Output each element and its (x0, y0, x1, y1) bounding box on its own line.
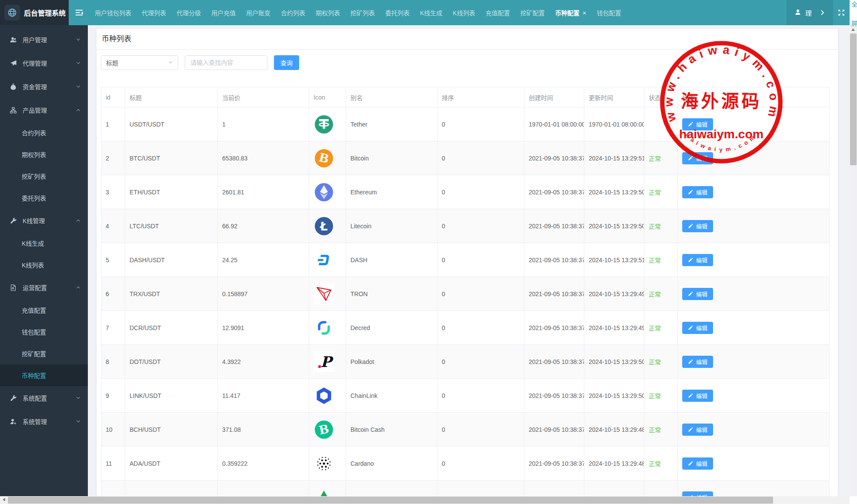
edit-button[interactable]: 编辑 (682, 288, 713, 300)
table-row: 2BTC/USDT65380.83BBitcoin02021-09-05 10:… (101, 141, 830, 175)
sidebar-subitem-label: 期权列表 (22, 150, 46, 159)
cell-alias: Bitcoin (346, 141, 437, 175)
sidebar-subitem[interactable]: 期权列表 (0, 144, 88, 165)
sidebar-item[interactable]: 产品管理 (0, 98, 88, 122)
nav-tab[interactable]: 挖矿列表 (345, 0, 380, 25)
edit-button[interactable]: 编辑 (682, 424, 713, 436)
cell-id (101, 481, 125, 497)
sidebar-item[interactable]: 系统配置 (0, 386, 88, 410)
sidebar-subitem[interactable]: 挖矿配置 (0, 343, 88, 364)
nav-tab[interactable]: 期权列表 (310, 0, 345, 25)
edit-button[interactable]: 编辑 (682, 152, 713, 164)
sidebar-subitem[interactable]: 合约列表 (0, 122, 88, 144)
sidebar-subitem[interactable]: 钱包配置 (0, 321, 88, 343)
chevron-down-icon (76, 395, 81, 401)
sidebar-item[interactable]: 运营配置 (0, 276, 88, 299)
cell-icon (309, 379, 346, 413)
sidebar-subitem[interactable]: K线列表 (0, 254, 88, 276)
chevron-down-icon (76, 37, 81, 42)
cell-updated (584, 481, 644, 497)
sidebar-subitem-label: 币种配置 (22, 371, 46, 380)
wrench-icon (10, 394, 18, 402)
filter-field-select[interactable]: 标题 (101, 55, 178, 70)
column-header: 更新时间 (584, 87, 644, 107)
cell-id: 5 (101, 243, 125, 277)
nav-tab-label: K线列表 (453, 8, 475, 17)
edit-button[interactable]: 编辑 (682, 322, 713, 334)
sidebar-subitem-label: K线生成 (22, 239, 44, 247)
sidebar-subitem[interactable]: 挖矿列表 (0, 165, 88, 187)
nav-tab[interactable]: 合约列表 (276, 0, 310, 25)
collapse-menu-icon[interactable] (69, 0, 90, 25)
edit-button[interactable]: 编辑 (682, 356, 713, 368)
nav-tab[interactable]: 用户钱包列表 (90, 0, 137, 25)
user-menu[interactable]: 理 (787, 0, 833, 25)
sidebar-subitem[interactable]: K线生成 (0, 232, 88, 254)
nav-tab[interactable]: K线列表 (447, 0, 480, 25)
edit-button[interactable]: 编辑 (682, 254, 713, 266)
sidebar-subitem[interactable]: 充值配置 (0, 299, 88, 321)
nav-tab[interactable]: 钱包配置 (591, 0, 626, 25)
cell-sort: 0 (437, 277, 524, 311)
column-header: id (101, 87, 125, 107)
column-header: 当前价 (218, 87, 309, 107)
sidebar-item-label: 用户管理 (23, 35, 76, 44)
edit-button-label: 编辑 (696, 222, 707, 230)
sidebar-subitem[interactable]: 币种配置 (0, 364, 88, 386)
edit-button[interactable]: 编辑 (682, 186, 713, 198)
users-icon (10, 36, 18, 43)
search-input[interactable] (185, 55, 267, 70)
vertical-scrollbar[interactable] (850, 25, 857, 496)
sidebar-item-label: 运营配置 (23, 283, 76, 292)
nav-tab[interactable]: 代理分级 (171, 0, 206, 25)
fullscreen-icon[interactable] (833, 0, 850, 25)
cell-created: 1970-01-01 08:00:00 (524, 107, 584, 141)
sidebar-item[interactable]: K线管理 (0, 209, 88, 232)
chevron-up-icon (76, 285, 81, 290)
cell-price: 0.158897 (218, 277, 309, 311)
horizontal-scrollbar[interactable] (0, 496, 850, 504)
nav-tab[interactable]: 充值配置 (480, 0, 515, 25)
scroll-left-arrow-icon[interactable] (3, 498, 5, 501)
cell-price: 65380.83 (218, 141, 309, 175)
cell-price: 0.359222 (218, 447, 309, 481)
edit-button[interactable]: 编辑 (682, 390, 713, 402)
nav-tab[interactable]: 用户账变 (241, 0, 276, 25)
cell-updated: 2024-10-15 13:29:51 (584, 141, 644, 175)
query-button[interactable]: 查询 (274, 55, 299, 70)
nav-tab[interactable]: 挖矿配置 (515, 0, 550, 25)
edit-button-label: 编辑 (696, 188, 707, 196)
nav-tab[interactable]: 委托列表 (380, 0, 415, 25)
edit-button[interactable]: 编辑 (682, 457, 713, 470)
cell-alias: Ethereum (346, 175, 437, 209)
cell-price: 2601.81 (218, 175, 309, 209)
bitcoin-cash-icon: B (313, 419, 346, 440)
cell-sort: 0 (437, 413, 524, 447)
table-body: 1USDT/USDT1Tether01970-01-01 08:00:00197… (101, 107, 830, 497)
column-header: 创建时间 (524, 87, 584, 107)
nav-tab[interactable]: 币种配置× (550, 0, 592, 25)
horizontal-scrollbar-thumb[interactable] (8, 497, 773, 504)
cell-alias: Bitcoin Cash (346, 413, 437, 447)
edit-button[interactable]: 编辑 (682, 491, 713, 497)
close-icon[interactable]: × (583, 9, 587, 17)
cell-icon (309, 243, 346, 277)
edit-button[interactable]: 编辑 (682, 118, 713, 130)
edit-button[interactable]: 编辑 (682, 220, 713, 232)
nav-tab[interactable]: K线生成 (415, 0, 447, 25)
sidebar-item[interactable]: 代理管理 (0, 51, 88, 75)
sidebar-item[interactable]: 用户管理 (0, 28, 88, 51)
user-gear-icon (10, 418, 18, 425)
nav-tab-label: 代理列表 (142, 8, 166, 17)
nav-tab[interactable]: 代理列表 (137, 0, 171, 25)
sidebar-subitem[interactable]: 委托列表 (0, 187, 88, 209)
nav-tab[interactable]: 用户充值 (206, 0, 241, 25)
nav-tab-label: K线生成 (420, 8, 442, 17)
sidebar-item[interactable]: 系统管理 (0, 410, 88, 433)
vertical-scrollbar-thumb[interactable] (850, 33, 857, 165)
status-badge (644, 107, 678, 141)
sidebar-item[interactable]: 资金管理 (0, 75, 88, 98)
cell-title: USDT/USDT (125, 107, 218, 141)
user-name: 理 (805, 8, 812, 17)
fullscreen-label[interactable]: 全屏 (850, 1, 857, 40)
